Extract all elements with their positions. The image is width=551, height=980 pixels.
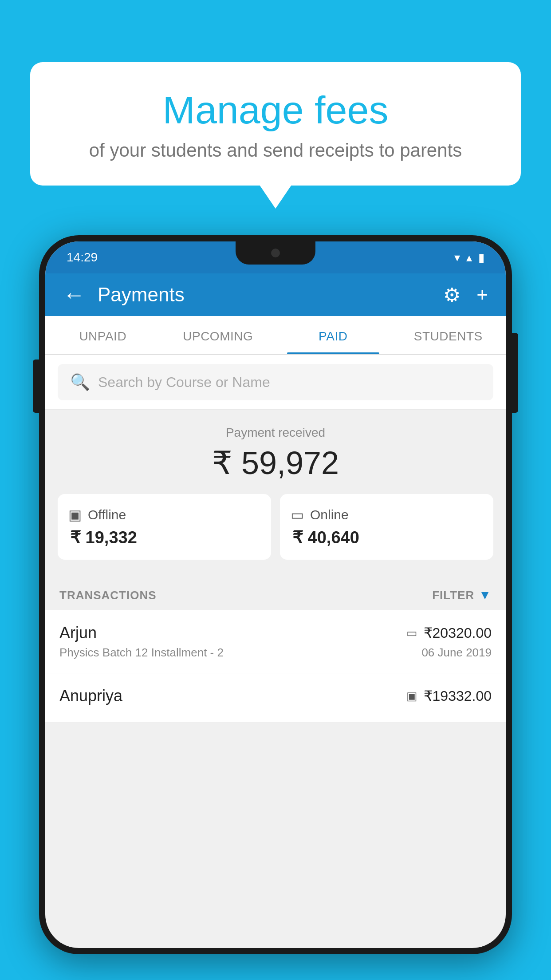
- txn-date: 06 June 2019: [421, 646, 492, 660]
- payment-total-amount: ₹ 59,972: [58, 444, 493, 482]
- search-container: 🔍 Search by Course or Name: [45, 355, 506, 410]
- notch: [236, 241, 315, 265]
- payment-summary: Payment received ₹ 59,972 ▣ Offline ₹ 19…: [45, 410, 506, 576]
- wifi-icon: ▾: [454, 251, 460, 265]
- filter-icon: ▼: [479, 588, 492, 602]
- tab-unpaid[interactable]: UNPAID: [45, 316, 161, 354]
- back-button[interactable]: ←: [63, 282, 85, 308]
- txn-name: Anupriya: [59, 687, 122, 705]
- online-icon: ▭: [291, 506, 304, 523]
- tab-paid[interactable]: PAID: [276, 316, 391, 354]
- bubble-title: Manage fees: [52, 89, 499, 132]
- tabs-bar: UNPAID UPCOMING PAID STUDENTS: [45, 316, 506, 355]
- transactions-label: TRANSACTIONS: [59, 589, 157, 602]
- filter-label: FILTER: [432, 589, 474, 602]
- tab-students[interactable]: STUDENTS: [391, 316, 506, 354]
- txn-amount-row: ▣ ₹19332.00: [406, 688, 492, 704]
- txn-amount-row: ▭ ₹20320.00: [406, 624, 492, 641]
- page-title: Payments: [98, 284, 443, 306]
- txn-amount: ₹20320.00: [424, 624, 492, 641]
- status-bar: 14:29 ▾ ▴ ▮: [45, 241, 506, 273]
- table-row[interactable]: Arjun ▭ ₹20320.00 Physics Batch 12 Insta…: [45, 610, 506, 673]
- tab-upcoming[interactable]: UPCOMING: [161, 316, 276, 354]
- txn-amount: ₹19332.00: [424, 688, 492, 704]
- online-amount: ₹ 40,640: [291, 528, 359, 547]
- app-header: ← Payments ⚙ +: [45, 273, 506, 316]
- online-card: ▭ Online ₹ 40,640: [280, 494, 493, 560]
- status-icons: ▾ ▴ ▮: [454, 251, 484, 265]
- txn-name: Arjun: [59, 624, 97, 642]
- txn-type-icon: ▭: [406, 626, 417, 640]
- battery-icon: ▮: [478, 251, 484, 265]
- camera-dot: [271, 249, 280, 257]
- search-placeholder: Search by Course or Name: [98, 374, 270, 391]
- search-bar[interactable]: 🔍 Search by Course or Name: [58, 364, 493, 400]
- transactions-header: TRANSACTIONS FILTER ▼: [45, 576, 506, 610]
- offline-amount: ₹ 19,332: [68, 528, 137, 547]
- search-icon: 🔍: [70, 373, 90, 391]
- header-actions: ⚙ +: [443, 284, 488, 306]
- phone-screen: 14:29 ▾ ▴ ▮ ← Payments ⚙ +: [45, 241, 506, 948]
- speech-bubble: Manage fees of your students and send re…: [30, 62, 521, 186]
- table-row[interactable]: Anupriya ▣ ₹19332.00: [45, 673, 506, 723]
- settings-icon[interactable]: ⚙: [443, 284, 460, 306]
- offline-label: Offline: [88, 507, 126, 522]
- offline-icon: ▣: [68, 506, 82, 523]
- offline-card: ▣ Offline ₹ 19,332: [58, 494, 271, 560]
- add-icon[interactable]: +: [476, 284, 488, 306]
- phone-frame: 14:29 ▾ ▴ ▮ ← Payments ⚙ +: [39, 235, 512, 954]
- phone-container: 14:29 ▾ ▴ ▮ ← Payments ⚙ +: [39, 235, 512, 954]
- signal-icon: ▴: [466, 251, 472, 265]
- bubble-subtitle: of your students and send receipts to pa…: [52, 140, 499, 161]
- online-label: Online: [310, 507, 349, 522]
- txn-course: Physics Batch 12 Installment - 2: [59, 646, 224, 660]
- txn-type-icon: ▣: [406, 689, 417, 703]
- payment-cards-row: ▣ Offline ₹ 19,332 ▭ Online ₹ 40,640: [58, 494, 493, 560]
- speech-bubble-container: Manage fees of your students and send re…: [30, 62, 521, 186]
- status-time: 14:29: [67, 250, 98, 265]
- filter-button[interactable]: FILTER ▼: [432, 588, 492, 602]
- payment-received-label: Payment received: [58, 426, 493, 440]
